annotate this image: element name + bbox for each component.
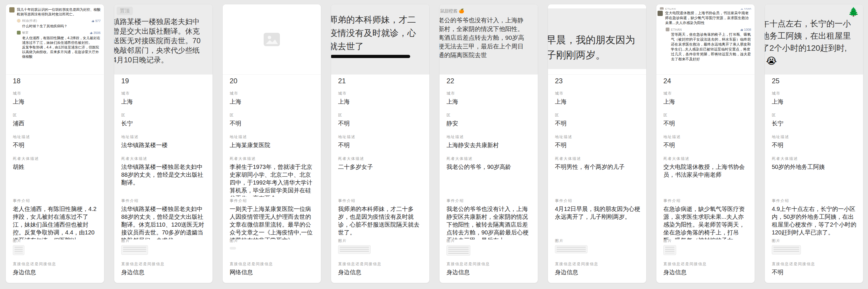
field-label-event: 事件介绍: [121, 198, 139, 204]
field-value-deceased: 50岁的外地务工阿姨: [772, 163, 858, 171]
record-card[interactable]: 置顶 镇路某楼一楼独居老夫妇中 曾是交大出版社翻译。休克 送医无对接医院而去世。…: [114, 4, 213, 283]
avatar: [9, 7, 14, 12]
image-attachment-thumbnail[interactable]: [230, 247, 236, 250]
record-card[interactable]: 鼠甜橙酱 🍊 老公的爷爷也没有计入，上海静 新村，全家阴的情况下他阳性。 离酒店…: [439, 4, 538, 283]
attachment-preview[interactable]: 🌲 午十点左右，长宁的一小 地务工阿姨，在出租屋里 了2个小时的120赶到时, …: [765, 4, 863, 75]
field-value-event: 4月12日早晨，我的朋友因为心梗永远离开了，儿子刚刚两岁。: [555, 205, 641, 221]
field-label-district: 区: [230, 113, 234, 118]
record-card[interactable]: 师弟的本科师妹，才二 疫情没有及时就诊，心 就去世了 21 城市 上海 区 不明…: [331, 4, 430, 283]
field-label-city: 城市: [230, 91, 238, 96]
attachment-preview[interactable]: [223, 4, 321, 75]
field-label-deceased: 死者大体描述: [121, 156, 147, 161]
field-value-deceased: 交大电院退休教授，上海书协会员，书法家吴中南老师: [663, 163, 749, 179]
field-value-city: 上海: [121, 98, 207, 106]
field-value-district: 长宁: [772, 119, 858, 128]
field-label-image: 图片: [230, 238, 238, 244]
comment-text: 交大电院退休教授，上海书协会员，书法家吴中南老师在急诊病逝，缺少氧气等医疗资源，…: [665, 11, 751, 26]
field-value-direct: 身边信息: [121, 268, 207, 276]
field-value-city: 上海: [446, 98, 532, 106]
thumbs-up-icon: [90, 31, 93, 34]
record-card[interactable]: 🌲 午十点左右，长宁的一小 地务工阿姨，在出租屋里 了2个小时的120赶到时, …: [765, 4, 863, 283]
comment-text: 苦等两天，坐在急诊角落的椅子上，打吊瓶、吸氧气（被封控的子女设法送去的，杯水车薪…: [671, 32, 751, 62]
image-attachment-thumbnail[interactable]: [772, 245, 801, 254]
field-label-image: 图片: [338, 238, 347, 244]
field-label-image: 图片: [446, 238, 455, 244]
avatar: [657, 11, 663, 16]
attachment-preview[interactable]: ETHAN 1040 交大电院退休教授，上海书协会员，书法家吴中南老师在急诊病逝…: [656, 4, 755, 75]
field-value-district: 不明: [338, 119, 424, 128]
like-count: 977: [95, 19, 100, 23]
field-label-direct: 直接信息还是间接信息: [338, 261, 382, 267]
avatar: [17, 31, 21, 35]
record-card[interactable]: 早晨，我的朋友因为 子刚刚两岁。 23 城市 上海 区 不明 地址描述 不明 死…: [548, 4, 647, 283]
field-value-event: 4.9上午十点左右，长宁的一小区内，50岁的外地务工阿姨，在出租屋里心梗发作，等…: [772, 205, 858, 237]
image-attachment-thumbnail[interactable]: [13, 245, 24, 255]
field-value-direct: 身边信息: [13, 268, 99, 276]
record-number: 23: [555, 77, 563, 85]
field-label-city: 城市: [121, 91, 130, 96]
screenshot-background: 早晨，我的朋友因为 子刚刚两岁。: [548, 8, 646, 69]
image-attachment-thumbnail[interactable]: [338, 245, 371, 254]
thumbs-up-icon: [740, 28, 743, 31]
field-value-address: 不明: [555, 141, 641, 149]
record-card[interactable]: ETHAN 1040 交大电院退休教授，上海书协会员，书法家吴中南老师在急诊病逝…: [656, 4, 755, 283]
field-value-deceased: 我老公的爷爷，90岁高龄: [446, 163, 532, 171]
field-label-address: 地址描述: [338, 134, 355, 140]
pinned-badge: 置顶: [117, 7, 133, 15]
record-number: 22: [446, 77, 454, 85]
record-card[interactable]: 我几十年前就认识的一位胡姓朋友也是因为封控、核酸检测等原因没有得到及时救治而死亡…: [5, 4, 104, 283]
image-attachment-thumbnail[interactable]: [446, 245, 470, 256]
field-value-event: 老人住浦西，有陈旧性脑梗，4.2摔跤，女儿被封在浦东过不了江，妹妹们虽住浦西但也…: [13, 205, 99, 240]
image-placeholder-icon: [264, 33, 280, 46]
field-value-deceased: 李昶生于1973年，曾就读于北京史家胡同小学、北京二中、北京四中，于1992年考…: [230, 163, 316, 197]
attachment-preview[interactable]: 置顶 镇路某楼一楼独居老夫妇中 曾是交大出版社翻译。休克 送医无对接医院而去世。…: [114, 4, 213, 75]
field-value-direct: 身边信息: [338, 268, 424, 276]
field-label-event: 事件介绍: [230, 198, 247, 204]
field-value-direct: 不明: [772, 268, 858, 276]
field-label-image: 图片: [121, 238, 130, 244]
field-label-image: 图片: [555, 238, 564, 244]
attachment-preview[interactable]: 鼠甜橙酱 🍊 老公的爷爷也没有计入，上海静 新村，全家阴的情况下他阳性。 离酒店…: [439, 4, 538, 75]
field-value-direct: 身边信息: [555, 268, 641, 276]
field-label-district: 区: [121, 113, 126, 118]
field-value-address: 不明: [338, 141, 424, 149]
field-label-address: 地址描述: [555, 134, 572, 140]
attachment-preview[interactable]: 我几十年前就认识的一位胡姓朋友也是因为封控、核酸检测等原因没有得到及时救治而死亡…: [6, 4, 104, 75]
field-value-city: 上海: [13, 98, 99, 106]
field-label-deceased: 死者大体描述: [555, 156, 581, 161]
image-attachment-thumbnail[interactable]: [121, 245, 148, 255]
attachment-preview[interactable]: 师弟的本科师妹，才二 疫情没有及时就诊，心 就去世了: [331, 4, 429, 75]
field-value-city: 上海: [555, 98, 641, 106]
field-label-event: 事件介绍: [338, 198, 355, 204]
field-label-district: 区: [772, 113, 776, 118]
comment-text: 老人住浦西，有陈旧性脑梗，4.2摔跤，女儿被封在浦东过不了江，妹妹们虽住浦西但也…: [22, 36, 100, 59]
record-number: 18: [13, 77, 21, 85]
record-number: 19: [121, 77, 129, 85]
crying-emoji: 😭: [766, 56, 863, 67]
image-attachment-thumbnail[interactable]: [555, 245, 588, 253]
field-value-direct: 网络信息: [230, 268, 316, 276]
field-value-address: 上海某康复医院: [230, 141, 316, 149]
field-label-city: 城市: [663, 91, 672, 96]
field-value-district: 不明: [663, 119, 749, 128]
screenshot-text: 老公的爷爷也没有计入，上海静 新村，全家阴的情况下他阳性。 离酒店后差点转去方舱…: [439, 16, 538, 60]
field-label-address: 地址描述: [230, 134, 247, 140]
field-label-image: 图片: [13, 238, 22, 244]
record-number: 24: [663, 77, 671, 85]
field-label-address: 地址描述: [13, 134, 30, 140]
record-number: 25: [772, 77, 780, 85]
record-number: 21: [338, 77, 346, 85]
image-attachment-thumbnail[interactable]: [663, 245, 676, 255]
record-card[interactable]: 20 城市 上海 区 不明 地址描述 上海某康复医院 死者大体描述 李昶生于19…: [222, 4, 321, 283]
attachment-preview[interactable]: 早晨，我的朋友因为 子刚刚两岁。: [548, 4, 646, 75]
field-value-direct: 身边信息: [446, 268, 532, 276]
field-label-event: 事件介绍: [555, 198, 572, 204]
field-value-district: 长宁: [121, 119, 207, 128]
field-label-direct: 直接信息还是间接信息: [446, 261, 490, 267]
field-label-district: 区: [446, 113, 451, 118]
wechat-comment-thread: 我几十年前就认识的一位胡姓朋友也是因为封控、核酸检测等原因没有得到及时救治而死亡…: [6, 4, 104, 59]
field-label-district: 区: [555, 113, 559, 118]
field-label-deceased: 死者大体描述: [663, 156, 689, 161]
thumbs-up-icon: [740, 8, 743, 10]
field-value-city: 上海: [663, 98, 749, 106]
